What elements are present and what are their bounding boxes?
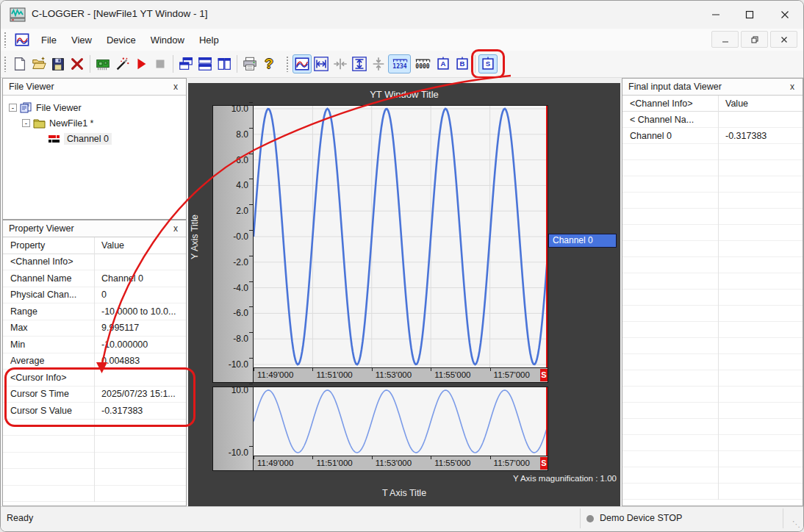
device-button[interactable] (93, 54, 112, 73)
table-row[interactable] (622, 354, 803, 370)
final-viewer-close-icon[interactable]: x (788, 82, 797, 92)
property-viewer-close-icon[interactable]: x (171, 223, 180, 234)
menu-help[interactable]: Help (192, 32, 226, 48)
print-button[interactable] (240, 54, 259, 73)
cursor-b-icon: B (454, 56, 470, 72)
y-tick-label: 8.0 (236, 129, 248, 140)
chart-title: YT Window Title (188, 89, 620, 100)
toolbar-grip-1[interactable] (4, 56, 7, 72)
menubar-grip[interactable] (4, 32, 7, 48)
tree-expander-icon[interactable]: - (9, 104, 17, 112)
overview-x-axis-strip: S 11:49'00011:51'00011:53'00011:55'00011… (253, 456, 548, 471)
menu-device[interactable]: Device (99, 32, 143, 48)
file-viewer-close-icon[interactable]: x (171, 82, 180, 92)
table-row[interactable]: Channel 0-0.317383 (622, 128, 803, 144)
tile-vertical-button[interactable] (215, 54, 234, 73)
table-row[interactable] (622, 484, 803, 500)
minimize-icon[interactable] (699, 1, 733, 29)
cursor-s-marker-overview[interactable]: S (540, 457, 548, 470)
table-row[interactable] (622, 451, 803, 467)
table-row[interactable] (622, 403, 803, 419)
mdi-minimize-icon[interactable] (711, 31, 739, 48)
fit-horizontal-button[interactable] (312, 54, 331, 73)
cursor-a-button[interactable]: A (434, 54, 453, 73)
table-row[interactable] (622, 290, 803, 306)
menu-window[interactable]: Window (143, 32, 192, 48)
main-plot[interactable] (253, 105, 548, 368)
table-row[interactable] (622, 387, 803, 403)
table-row[interactable] (622, 370, 803, 387)
svg-text:B: B (460, 60, 465, 68)
file-viewer-titlebar: File Viewer x (3, 79, 186, 96)
toolbar-grip-2[interactable] (286, 56, 290, 72)
shrink-horizontal-button[interactable] (331, 54, 350, 73)
mdi-buttons (711, 31, 797, 48)
table-row[interactable] (622, 419, 803, 435)
table-row[interactable] (622, 160, 803, 176)
mdi-close-icon[interactable] (770, 31, 797, 48)
new-file-button[interactable] (10, 54, 29, 73)
save-button[interactable] (49, 54, 68, 73)
table-row[interactable]: < Channel Na... (622, 112, 803, 128)
wizard-button[interactable] (112, 54, 132, 73)
property-viewer-titlebar: Property Viewer x (3, 220, 186, 237)
status-ready-text: Ready (7, 513, 33, 523)
table-row[interactable] (622, 273, 803, 290)
cell-name: Cursor S Time (3, 389, 94, 399)
column-header: Value (718, 98, 803, 109)
yt-window-button[interactable] (292, 54, 312, 73)
scale-1234-button[interactable]: 1234 (388, 54, 411, 73)
table-row[interactable] (622, 467, 803, 484)
help-icon: ? (265, 56, 273, 72)
window-title: C-LOGGER - [NewFile1 YT Window - 1] (32, 8, 208, 19)
resize-grip[interactable]: ⋱ (792, 520, 800, 529)
tree-expander-icon[interactable]: - (22, 119, 30, 127)
open-file-button[interactable] (29, 54, 49, 73)
property-viewer-panel: Property Viewer x PropertyValue<Channel … (2, 220, 187, 506)
close-icon[interactable] (768, 1, 802, 29)
cursor-s-marker-main[interactable]: S (540, 369, 548, 381)
shrink-vertical-button[interactable] (369, 54, 388, 73)
y-tick-label: -10.0 (229, 359, 248, 370)
table-row[interactable] (622, 322, 803, 338)
table-row[interactable] (622, 144, 803, 160)
tile-horizontal-button[interactable] (195, 54, 215, 73)
start-button[interactable] (132, 54, 151, 73)
channel-badge[interactable]: Channel 0 (548, 234, 617, 248)
table-row[interactable] (622, 209, 803, 225)
cursor-b-button[interactable]: B (453, 54, 472, 73)
table-row[interactable] (622, 338, 803, 354)
table-row[interactable] (622, 435, 803, 451)
column-header: <Channel Info> (622, 98, 718, 109)
tree-item-newfile1-[interactable]: -NewFile1 * (3, 115, 186, 131)
tree-item-file-viewer[interactable]: -File Viewer (3, 100, 186, 115)
new-file-icon (12, 56, 28, 72)
y-tick-label: -2.0 (233, 257, 248, 267)
menu-view[interactable]: View (64, 32, 99, 48)
cascade-windows-button[interactable] (176, 54, 195, 73)
fit-vertical-button[interactable] (350, 54, 369, 73)
table-row[interactable] (622, 225, 803, 241)
help-button[interactable]: ? (259, 54, 279, 73)
table-row[interactable] (622, 193, 803, 209)
maximize-icon[interactable] (733, 1, 767, 29)
cursor-s-button[interactable]: S (478, 54, 498, 73)
title-bar: C-LOGGER - [NewFile1 YT Window - 1] (1, 1, 803, 29)
table-row[interactable] (622, 306, 803, 322)
delete-button[interactable] (68, 54, 87, 73)
tree-item-channel-0[interactable]: Channel 0 (3, 131, 186, 146)
mdi-restore-icon[interactable] (741, 31, 768, 48)
yt-window-icon (294, 56, 310, 72)
table-row[interactable] (622, 176, 803, 193)
table-row[interactable] (622, 241, 803, 257)
toolbar-separator (90, 55, 90, 73)
x-tick-mark (254, 456, 254, 459)
menu-file[interactable]: File (34, 32, 64, 48)
overview-plot[interactable] (253, 387, 548, 456)
table-row[interactable] (622, 257, 803, 273)
stop-button[interactable] (151, 54, 170, 73)
scale-0000-button[interactable]: 0000 (411, 54, 434, 73)
menu-bar: FileViewDeviceWindowHelp (1, 29, 803, 51)
tree-item-label: Channel 0 (64, 133, 112, 145)
x-tick-mark (312, 368, 313, 371)
